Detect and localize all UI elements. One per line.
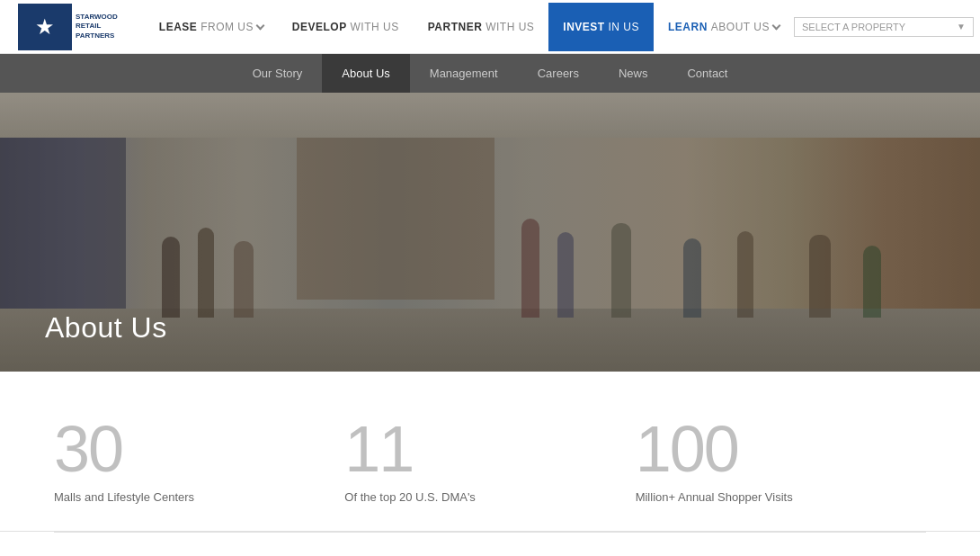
nav-develop[interactable]: DEVELOP WITH US bbox=[278, 21, 414, 33]
stat-malls-number: 30 bbox=[54, 417, 308, 481]
stat-malls-label: Malls and Lifestyle Centers bbox=[54, 490, 308, 504]
stats-section: 30 Malls and Lifestyle Centers 11 Of the… bbox=[0, 372, 980, 532]
stat-malls: 30 Malls and Lifestyle Centers bbox=[54, 417, 344, 504]
nav-develop-light: WITH US bbox=[347, 21, 399, 33]
nav-learn[interactable]: LEARN ABOUT US bbox=[654, 21, 794, 33]
stat-dma-label: Of the top 20 U.S. DMA's bbox=[344, 490, 599, 504]
logo-star-icon: ★ bbox=[35, 14, 55, 40]
sub-nav-our-story[interactable]: Our Story bbox=[233, 54, 323, 93]
stat-dma: 11 Of the top 20 U.S. DMA's bbox=[344, 417, 635, 504]
property-select[interactable]: SELECT A PROPERTY ▼ bbox=[794, 17, 974, 37]
nav-partner-bold: PARTNER bbox=[428, 21, 483, 33]
stat-dma-number: 11 bbox=[344, 417, 599, 481]
hero-title: About Us bbox=[45, 311, 167, 345]
nav-lease-bold: LEASE bbox=[159, 21, 198, 33]
header-right: SELECT A PROPERTY ▼ bbox=[794, 16, 980, 37]
logo-box: ★ bbox=[18, 4, 72, 50]
nav-develop-bold: DEVELOP bbox=[292, 21, 347, 33]
sub-nav: Our Story About Us Management Careers Ne… bbox=[0, 54, 980, 93]
logo[interactable]: ★ STARWOOD RETAIL PARTNERS bbox=[18, 4, 118, 50]
sub-nav-news[interactable]: News bbox=[599, 54, 668, 93]
stat-visits-number: 100 bbox=[636, 417, 890, 481]
stat-visits-label: Million+ Annual Shopper Visits bbox=[636, 490, 890, 504]
learn-chevron-icon bbox=[772, 22, 781, 31]
description-section: Starwood Retail Partners is not your fat… bbox=[0, 533, 980, 556]
nav-invest[interactable]: INVEST IN US bbox=[548, 3, 654, 51]
nav-lease-light: FROM US bbox=[197, 21, 254, 33]
sub-nav-management[interactable]: Management bbox=[410, 54, 518, 93]
nav-learn-bold: LEARN bbox=[668, 21, 708, 33]
stat-visits: 100 Million+ Annual Shopper Visits bbox=[636, 417, 926, 504]
nav-learn-light: ABOUT US bbox=[711, 21, 770, 33]
logo-text: STARWOOD RETAIL PARTNERS bbox=[76, 13, 118, 40]
nav-partner-light: WITH US bbox=[482, 21, 534, 33]
hero-section: About Us bbox=[0, 93, 980, 372]
property-select-chevron-icon: ▼ bbox=[957, 22, 966, 31]
nav-invest-bold: INVEST bbox=[563, 21, 604, 33]
nav-invest-light: IN US bbox=[605, 21, 639, 33]
nav-lease[interactable]: LEASE FROM US bbox=[145, 21, 278, 33]
sub-nav-about-us[interactable]: About Us bbox=[322, 54, 409, 93]
sub-nav-contact[interactable]: Contact bbox=[667, 54, 747, 93]
nav-partner[interactable]: PARTNER WITH US bbox=[414, 21, 549, 33]
lease-chevron-icon bbox=[255, 21, 264, 30]
sub-nav-careers[interactable]: Careers bbox=[518, 54, 599, 93]
property-select-label: SELECT A PROPERTY bbox=[802, 22, 905, 32]
main-nav: LEASE FROM US DEVELOP WITH US PARTNER WI… bbox=[145, 3, 794, 51]
header: ★ STARWOOD RETAIL PARTNERS LEASE FROM US… bbox=[0, 0, 980, 54]
hero-overlay: About Us bbox=[0, 93, 980, 372]
